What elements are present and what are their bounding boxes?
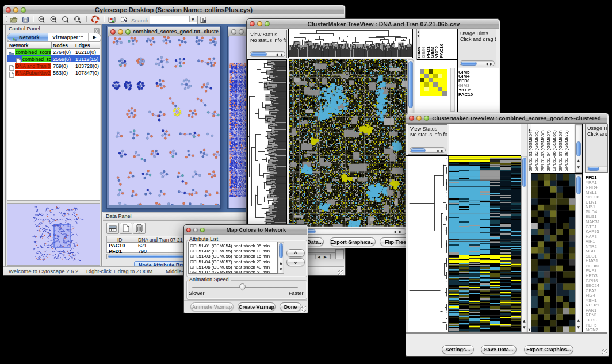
attribute-list-scroll-thumb[interactable] [279,243,283,258]
scroll-right-icon[interactable]: ▶ [490,62,493,66]
tv2-export-graphics-button[interactable]: Export Graphics... [524,345,573,354]
scroll-down-icon[interactable]: ▼ [280,267,282,271]
zoom-out-icon[interactable] [38,16,45,23]
network-graph-view[interactable] [109,36,220,205]
network-row-2[interactable]: combined_sco2569(6)13112(15) [7,55,100,62]
attribute-list-item[interactable]: GPL51-03 (GSM856) heat shock 15 min [190,254,270,259]
tv2-heatmap[interactable] [449,156,521,332]
new-attribute-button[interactable] [120,223,132,234]
done-button[interactable]: Done [280,302,301,311]
scroll-right-icon[interactable]: ▶ [281,53,284,56]
dialog-zoom-button[interactable] [200,228,205,232]
dialog-resize-grip[interactable] [301,306,306,312]
tv2-status-scroll-thumb[interactable] [411,148,426,152]
report-icon[interactable] [200,16,208,23]
tv1-similarity-matrix[interactable] [420,69,447,96]
scroll-down-icon[interactable]: ▼ [523,325,526,329]
tv2-heatmap-vscroll[interactable]: ▲▼ [521,156,527,332]
tv1-titlebar[interactable]: ClusterMaker TreeView : DNA and Tran 07-… [247,19,499,29]
tab-network[interactable]: Network [7,33,48,41]
tv1-status-scroll-thumb[interactable] [251,52,267,56]
help-lifesaver-icon[interactable] [91,15,100,24]
tv2-heatmap-vscroll-thumb[interactable] [522,158,526,187]
frame1-close-button[interactable] [110,29,116,35]
scroll-right-icon[interactable]: ▶ [324,255,327,259]
tv2-zoom-vscroll[interactable]: ▲▼ [575,174,582,332]
tv1-zoom-button[interactable] [265,21,270,26]
network-row-3[interactable]: DNA and Tran 07769(0)183728(0) [7,62,100,69]
tv2-label-vscroll-thumb[interactable] [576,141,581,156]
tv1-usage-scrollbar[interactable]: ◀▶ [460,60,495,66]
scroll-right-icon[interactable]: ▶ [399,230,402,233]
create-vizmap-button[interactable]: Create Vizmap [238,302,276,311]
animate-vizmap-button[interactable]: Animate Vizmap [190,302,234,311]
frame1-titlebar[interactable]: combined_scores_good.txt--cluste... [108,27,220,37]
attribute-list-scrollbar[interactable]: ▲▼ [278,242,284,274]
resize-grip[interactable] [338,270,343,275]
frame1-minimize-button[interactable] [118,29,123,35]
search-input[interactable]: ▼ [150,16,198,24]
scroll-up-icon[interactable]: ▲ [577,159,580,162]
save-icon[interactable] [22,16,29,23]
attribute-list-item[interactable]: GPL51-01 (GSM854) heat shock 05 min [190,243,270,248]
tv2-label-vscroll[interactable]: ▲▼ [575,124,582,173]
frame2-minimize-button[interactable] [239,29,244,35]
scroll-up-icon[interactable]: ▲ [280,261,282,265]
tv1-minimize-button[interactable] [257,21,262,26]
zoom-fit-icon[interactable] [62,16,70,23]
tv1-column-dendrogram[interactable] [289,29,412,58]
tv1-row-dendrogram[interactable] [248,60,286,227]
tv2-usage-scrollbar[interactable] [587,166,608,171]
tab-vizmapper[interactable]: VizMapper™ [48,33,87,41]
tv1-status-scrollbar[interactable]: ◀▶ [250,51,285,57]
attribute-select-button[interactable] [106,223,119,234]
float-panel-icon[interactable] [94,26,100,32]
scroll-right-icon[interactable]: ▶ [441,149,444,152]
scroll-up-icon[interactable]: ▲ [523,319,526,323]
attribute-list[interactable]: GPL51-01 (GSM854) heat shock 05 minGPL51… [188,242,278,274]
tv2-status-scrollbar[interactable]: ◀▶ [410,147,446,153]
dialog-titlebar[interactable]: Map Colors to Network [184,225,307,235]
dialog-minimize-button[interactable] [193,228,198,232]
scroll-left-icon[interactable]: ◀ [485,62,488,66]
tv1-usage-scroll-thumb[interactable] [461,62,477,66]
tv2-titlebar[interactable]: ClusterMaker TreeView : combined_scores_… [406,113,607,124]
tv1-heatmap[interactable] [289,59,407,227]
birdseye-view[interactable] [7,204,100,265]
tv2-zoom-vscroll-thumb[interactable] [576,176,581,194]
tv2-usage-scroll-thumb[interactable] [588,167,599,171]
attribute-list-item[interactable]: GPL51-04 (GSM857) heat shock 20 min [190,259,270,265]
network-row-4[interactable]: RNAPuberNov2+!563(0)107847(0) [7,69,100,76]
tv2-settings-button[interactable]: Settings... [442,345,474,354]
scroll-left-icon[interactable]: ◀ [436,149,439,152]
annotation-icon[interactable] [120,16,128,23]
scroll-down-icon[interactable]: ▼ [577,166,580,169]
network-row-1[interactable]: combined_scores_2764(0)16218(0) [7,48,100,55]
tab-overflow-button[interactable]: ▶ [88,33,101,41]
scroll-left-icon[interactable]: ◀ [393,230,396,233]
zoom-in-icon[interactable] [50,16,58,23]
main-titlebar[interactable]: Cytoscape Desktop (Session Name: collins… [3,5,344,15]
attribute-list-item[interactable]: GPL51-07 (GSM868) heat shock 60 min [190,270,270,274]
tv2-save-data-button[interactable]: Save Data... [481,345,517,354]
scroll-left-icon[interactable]: ◀ [318,255,320,259]
move-down-button[interactable]: v [286,258,305,266]
tv1-export-graphics-button[interactable]: Export Graphics... [330,237,376,246]
scroll-down-icon[interactable]: ▼ [577,325,580,329]
zoom-selected-icon[interactable] [74,16,82,23]
scale-up-icon[interactable]: ▲ [418,30,420,33]
delete-attribute-button[interactable] [133,223,146,234]
scale-down-icon[interactable]: ▼ [418,35,420,37]
frame1-zoom-button[interactable] [125,29,131,35]
scroll-up-icon[interactable]: ▲ [577,319,580,322]
tv2-resize-grip[interactable] [602,349,607,354]
attribute-list-item[interactable]: GPL51-02 (GSM855) heat shock 10 min [190,248,270,254]
tv1-close-button[interactable] [250,21,255,26]
dialog-close-button[interactable] [186,228,191,232]
open-folder-icon[interactable] [10,16,18,23]
move-up-button[interactable]: ^ [286,249,305,257]
vizmapper-icon[interactable] [108,16,116,23]
tv2-close-button[interactable] [409,116,414,121]
search-dropdown-button[interactable]: ▼ [189,16,197,22]
tv2-zoom-heatmap[interactable] [531,174,575,332]
